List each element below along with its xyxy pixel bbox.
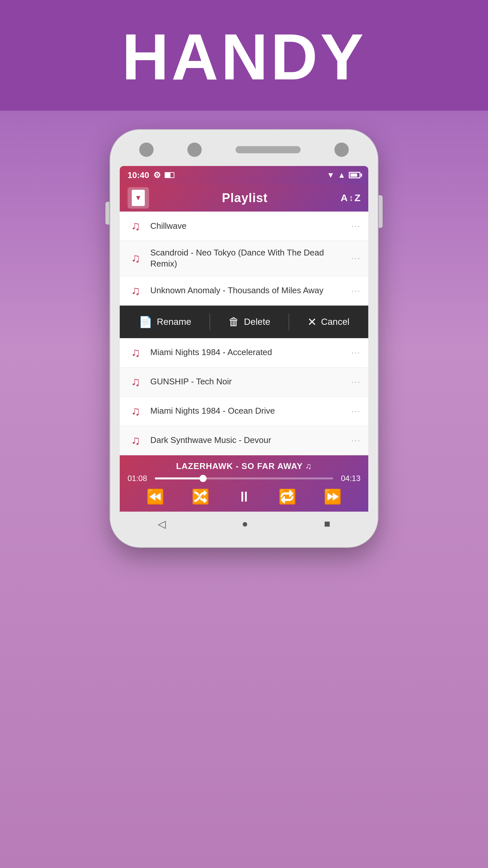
signal-icon: ▲ (338, 170, 346, 180)
track-title: Scandroid - Neo Tokyo (Dance With The De… (150, 247, 345, 270)
sort-button[interactable]: A ↕ Z (340, 192, 360, 204)
music-note-icon: ♫ (128, 346, 144, 360)
wifi-icon: ▼ (327, 170, 334, 180)
divider (289, 314, 289, 330)
fast-forward-button[interactable]: ⏩ (324, 488, 341, 505)
track-title: Chillwave (150, 221, 345, 232)
list-item[interactable]: ♫ Miami Nights 1984 - Accelerated ··· (120, 338, 368, 367)
back-button[interactable]: ◁ (158, 518, 166, 530)
rename-button[interactable]: 📄 Rename (139, 315, 191, 329)
side-button-left (105, 202, 109, 224)
cancel-button[interactable]: ✕ Cancel (307, 315, 349, 329)
track-title: Dark Synthwave Music - Devour (150, 435, 345, 446)
music-note-icon: ♫ (128, 251, 144, 265)
top-banner: HANDY (0, 0, 488, 111)
track-menu-button[interactable]: ··· (351, 253, 360, 263)
list-item[interactable]: ♫ Chillwave ··· (120, 212, 368, 241)
camera-left (139, 143, 154, 157)
delete-label: Delete (244, 317, 270, 327)
rename-icon: 📄 (139, 315, 152, 329)
music-note-icon: ♫ (128, 375, 144, 389)
progress-bar[interactable] (155, 477, 333, 479)
banner-title: HANDY (122, 20, 366, 94)
progress-fill (155, 477, 203, 479)
sort-label: A (340, 192, 348, 204)
player-current-time: 01:08 (128, 474, 150, 483)
music-note-icon: ♫ (128, 404, 144, 418)
rewind-button[interactable]: ⏪ (147, 488, 164, 505)
settings-icon: ⚙ (153, 170, 161, 180)
player-bar: LAZERHAWK - SO FAR AWAY ♫ 01:08 04:13 ⏪ … (120, 455, 368, 512)
music-note-icon: ♫ (128, 434, 144, 447)
app-logo[interactable] (128, 187, 149, 209)
player-controls: ⏪ 🔀 ⏸ 🔁 ⏩ (120, 483, 368, 512)
playlist-container: ♫ Chillwave ··· ♫ Scandroid - Neo Tokyo … (120, 212, 368, 455)
track-title: Unknown Anomaly - Thousands of Miles Awa… (150, 285, 345, 296)
rename-label: Rename (157, 317, 191, 327)
camera-right (187, 143, 202, 157)
app-header: Playlist A ↕ Z (120, 184, 368, 212)
battery-icon (349, 172, 360, 178)
phone-bottom-nav: ◁ ● ■ (120, 512, 368, 538)
repeat-button[interactable]: 🔁 (279, 488, 296, 505)
phone-top-sensors (120, 140, 368, 159)
list-item[interactable]: ♫ Miami Nights 1984 - Ocean Drive ··· (120, 397, 368, 426)
delete-button[interactable]: 🗑 Delete (228, 315, 270, 328)
cancel-icon: ✕ (307, 315, 317, 329)
progress-thumb[interactable] (199, 475, 206, 482)
phone-wrapper: 10:40 ⚙ ▼ ▲ Pl (110, 130, 378, 547)
delete-icon: 🗑 (228, 315, 239, 328)
track-menu-button[interactable]: ··· (351, 286, 360, 296)
status-left: 10:40 ⚙ (128, 170, 174, 180)
music-note-icon: ♫ (128, 219, 144, 233)
camera-far-right (334, 143, 349, 157)
track-menu-button[interactable]: ··· (351, 435, 360, 445)
list-item[interactable]: ♫ Unknown Anomaly - Thousands of Miles A… (120, 276, 368, 306)
list-item[interactable]: ♫ Scandroid - Neo Tokyo (Dance With The … (120, 241, 368, 276)
playlist-title: Playlist (222, 191, 268, 205)
status-bar: 10:40 ⚙ ▼ ▲ (120, 166, 368, 184)
phone-screen: 10:40 ⚙ ▼ ▲ Pl (120, 166, 368, 538)
status-time: 10:40 (128, 170, 149, 180)
track-title: GUNSHIP - Tech Noir (150, 376, 345, 387)
track-menu-button[interactable]: ··· (351, 221, 360, 231)
phone-device: 10:40 ⚙ ▼ ▲ Pl (110, 130, 378, 547)
track-title: Miami Nights 1984 - Accelerated (150, 347, 345, 358)
divider (209, 314, 210, 330)
track-menu-button[interactable]: ··· (351, 406, 360, 416)
music-note-icon: ♫ (128, 284, 144, 298)
shuffle-button[interactable]: 🔀 (192, 488, 209, 505)
pause-button[interactable]: ⏸ (237, 489, 251, 505)
status-icons-right: ▼ ▲ (327, 170, 360, 180)
track-menu-button[interactable]: ··· (351, 348, 360, 358)
logo-inner (132, 190, 145, 206)
sort-z: Z (355, 192, 360, 204)
player-track-name: LAZERHAWK - SO FAR AWAY ♫ (120, 455, 368, 474)
cancel-label: Cancel (321, 317, 349, 327)
player-total-time: 04:13 (338, 474, 360, 483)
side-button-right (379, 195, 383, 228)
track-title: Miami Nights 1984 - Ocean Drive (150, 405, 345, 416)
home-button[interactable]: ● (242, 518, 248, 530)
list-item[interactable]: ♫ Dark Synthwave Music - Devour ··· (120, 426, 368, 455)
sort-arrow: ↕ (349, 193, 353, 203)
player-progress-row: 01:08 04:13 (120, 474, 368, 483)
recent-button[interactable]: ■ (324, 518, 330, 530)
list-item[interactable]: ♫ GUNSHIP - Tech Noir ··· (120, 367, 368, 397)
track-menu-button[interactable]: ··· (351, 377, 360, 387)
context-menu: 📄 Rename 🗑 Delete ✕ Cancel (120, 306, 368, 338)
speaker (235, 146, 301, 153)
battery-small-icon (165, 172, 174, 178)
